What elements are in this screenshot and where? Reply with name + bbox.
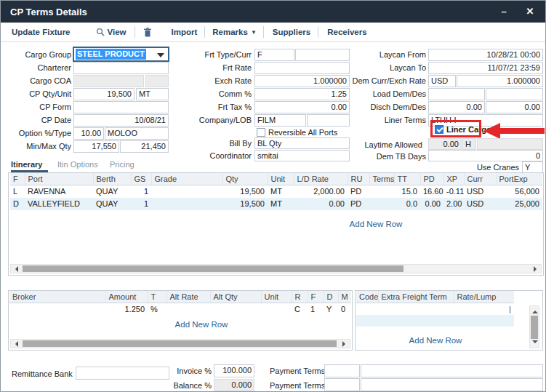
disch-des-field[interactable]: 0.00: [486, 101, 543, 113]
table-row[interactable]: [356, 315, 514, 327]
tab-itinerary[interactable]: Itinerary: [11, 159, 42, 169]
table-cell[interactable]: 1: [131, 198, 151, 210]
column-header[interactable]: Qty: [222, 173, 268, 185]
table-cell[interactable]: QUAY: [93, 198, 131, 210]
table-cell[interactable]: 19,500: [222, 185, 268, 198]
table-cell[interactable]: RAVENNA: [25, 185, 93, 198]
disch-dem-field[interactable]: 0.00: [428, 101, 485, 113]
column-header[interactable]: T: [148, 291, 166, 303]
balance-pct-field[interactable]: 0.000: [214, 379, 254, 391]
laycan-to-field[interactable]: 11/07/21 23:59: [428, 62, 543, 74]
column-header[interactable]: Extra Freight Term: [378, 291, 454, 303]
column-header[interactable]: F: [308, 291, 324, 303]
min-qty-field[interactable]: 17,550: [73, 140, 119, 153]
table-cell[interactable]: 0.0: [394, 198, 420, 210]
table-cell[interactable]: [261, 303, 292, 316]
table-cell[interactable]: 1: [308, 303, 324, 316]
extra-freight-add-new-row-link[interactable]: Add New Row: [385, 336, 486, 345]
table-cell[interactable]: 19,500: [222, 198, 268, 210]
column-header[interactable]: Alt Rate: [166, 291, 210, 303]
extra-freight-vertical-scrollbar[interactable]: [529, 305, 539, 348]
column-header[interactable]: L/D Rate: [294, 173, 348, 185]
column-header[interactable]: Berth: [93, 173, 131, 185]
option-pct-field[interactable]: 10.00: [73, 127, 104, 140]
column-header[interactable]: RU: [348, 173, 369, 185]
table-cell[interactable]: VALLEYFIELD: [25, 198, 93, 210]
column-header[interactable]: Port: [25, 173, 93, 185]
close-icon[interactable]: ✕: [522, 5, 538, 18]
cp-unit-field[interactable]: MT: [136, 88, 169, 100]
column-header[interactable]: Rate/Lump: [454, 291, 514, 303]
table-cell[interactable]: 1: [131, 185, 151, 198]
table-cell[interactable]: -0.11: [443, 185, 464, 198]
table-cell[interactable]: USD: [464, 198, 496, 210]
invoice-pct-field[interactable]: 100.000: [214, 364, 254, 377]
use-cranes-field[interactable]: Y: [522, 161, 543, 173]
laytime-allowed-field[interactable]: 0.00: [428, 138, 462, 150]
table-cell[interactable]: MT: [268, 198, 294, 210]
table-cell[interactable]: L: [10, 185, 25, 198]
laytime-extra-field[interactable]: [477, 138, 543, 150]
update-fixture-button[interactable]: Update Fixture: [12, 28, 71, 36]
charterer-field[interactable]: [73, 62, 169, 74]
cargo-coa-field-2[interactable]: [145, 75, 169, 87]
reversible-all-ports-checkbox[interactable]: [257, 128, 265, 137]
minimize-icon[interactable]: –: [496, 5, 512, 18]
scroll-down-icon[interactable]: [532, 340, 538, 346]
table-cell[interactable]: PD: [348, 198, 369, 210]
scroll-left-icon[interactable]: [12, 266, 18, 272]
dem-curr-field[interactable]: USD: [428, 75, 456, 87]
column-header[interactable]: PortExp: [496, 173, 542, 185]
table-cell[interactable]: 2,000.00: [294, 185, 348, 198]
column-header[interactable]: D: [324, 291, 338, 303]
table-cell[interactable]: [210, 303, 261, 316]
table-cell[interactable]: C: [292, 303, 308, 316]
max-qty-field[interactable]: 21,450: [120, 140, 169, 153]
itinerary-horizontal-scrollbar[interactable]: [10, 264, 542, 273]
table-cell[interactable]: [454, 315, 514, 327]
load-dem-field[interactable]: [428, 88, 485, 100]
broker-scrollbar-thumb[interactable]: [23, 340, 337, 347]
import-button[interactable]: Import: [172, 28, 198, 36]
cp-qty-field[interactable]: 19,500: [73, 88, 135, 100]
table-cell[interactable]: [356, 303, 378, 315]
column-header[interactable]: Curr: [464, 173, 496, 185]
frt-type-field[interactable]: F: [254, 49, 294, 61]
column-header[interactable]: Code: [356, 291, 378, 303]
table-cell[interactable]: [151, 198, 222, 210]
company-field[interactable]: FILM: [254, 114, 306, 127]
column-header[interactable]: Grade: [151, 173, 222, 185]
suppliers-button[interactable]: Suppliers: [273, 28, 310, 36]
payment-terms-desc-field[interactable]: [361, 364, 543, 377]
table-cell[interactable]: [378, 303, 454, 315]
table-cell[interactable]: [369, 185, 394, 198]
dem-tb-days-field[interactable]: 0: [428, 150, 543, 161]
remarks-button[interactable]: Remarks ▼: [212, 28, 257, 36]
table-cell[interactable]: [356, 315, 378, 327]
column-header[interactable]: TT: [394, 173, 420, 185]
column-header[interactable]: GS: [131, 173, 151, 185]
scroll-up-icon[interactable]: [532, 308, 538, 313]
column-header[interactable]: Unit: [268, 173, 294, 185]
table-cell[interactable]: 25,000: [496, 198, 542, 210]
table-row[interactable]: LRAVENNAQUAY119,500MT2,000.00PD15.016.60…: [10, 185, 542, 198]
table-cell[interactable]: [9, 303, 105, 316]
column-header[interactable]: Amount: [105, 291, 148, 303]
cp-date-field[interactable]: 10/08/21: [73, 114, 169, 127]
table-cell[interactable]: [151, 185, 222, 198]
payment-terms-desc-field[interactable]: [361, 378, 543, 391]
table-cell[interactable]: 0: [338, 303, 351, 316]
table-cell[interactable]: 2.00: [443, 198, 464, 210]
cargo-coa-field[interactable]: [73, 75, 144, 87]
table-cell[interactable]: 1.250: [105, 303, 148, 316]
extra-freight-scrollbar-thumb[interactable]: [531, 316, 538, 339]
option-type-field[interactable]: MOLOO: [105, 127, 169, 140]
table-cell[interactable]: Y: [324, 303, 338, 316]
column-header[interactable]: Broker: [9, 291, 105, 303]
receivers-button[interactable]: Receivers: [327, 28, 366, 36]
table-cell[interactable]: QUAY: [93, 185, 131, 198]
scroll-right-icon[interactable]: [534, 266, 539, 272]
table-cell[interactable]: [166, 303, 210, 316]
table-cell[interactable]: 15.0: [394, 185, 420, 198]
itinerary-add-new-row-link[interactable]: Add New Row: [314, 220, 438, 228]
